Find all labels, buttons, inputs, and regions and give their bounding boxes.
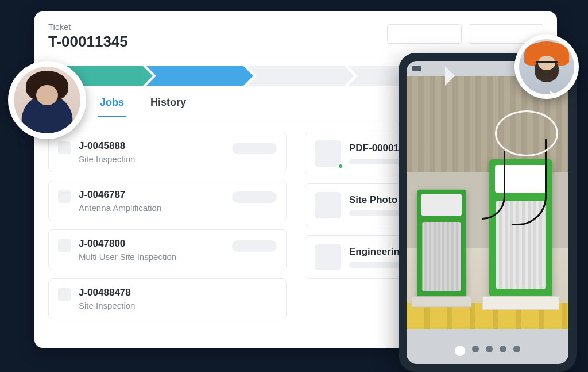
job-card[interactable]: J-0045888 Site Inspection <box>48 132 287 172</box>
job-desc: Antenna Amplification <box>79 203 277 213</box>
job-card[interactable]: J-0046787 Antenna Amplification <box>48 181 287 221</box>
job-id: J-00488478 <box>79 287 277 298</box>
file-meta-placeholder <box>349 210 401 216</box>
glasses-icon <box>536 61 558 67</box>
pager-dot[interactable] <box>486 346 493 352</box>
job-card[interactable]: J-0047800 Multi User Site Inspection <box>48 229 287 270</box>
progress-step-2[interactable] <box>146 66 243 86</box>
file-thumb <box>315 140 341 167</box>
pager-dot[interactable] <box>513 346 520 352</box>
file-meta-placeholder <box>349 262 401 268</box>
job-checkbox[interactable] <box>58 190 71 203</box>
job-checkbox[interactable] <box>58 239 71 252</box>
avatar-dispatcher <box>8 61 86 139</box>
annotation-circle-icon <box>495 110 558 156</box>
status-dot-icon <box>338 163 343 169</box>
job-status-pill <box>232 143 277 154</box>
job-status-pill <box>232 240 277 252</box>
avatar-image <box>14 67 81 134</box>
pager-dot[interactable] <box>472 346 479 352</box>
file-thumb <box>315 244 341 270</box>
file-meta-placeholder <box>349 159 401 164</box>
progress-step-3[interactable] <box>247 66 344 86</box>
job-card[interactable]: J-00488478 Site Inspection <box>48 278 287 319</box>
ev-charger-icon <box>417 190 466 297</box>
job-checkbox[interactable] <box>58 288 71 301</box>
file-thumb <box>315 192 341 218</box>
pager-dot[interactable] <box>455 346 465 356</box>
job-desc: Site Inspection <box>79 301 277 310</box>
phone-screen <box>407 61 568 364</box>
site-photo <box>407 76 568 329</box>
header-actions <box>387 24 543 44</box>
job-status-pill <box>232 191 277 203</box>
job-desc: Site Inspection <box>79 154 277 164</box>
tab-jobs[interactable]: Jobs <box>98 97 126 117</box>
pager-dot[interactable] <box>500 346 506 352</box>
job-checkbox[interactable] <box>58 141 71 154</box>
phone-mock <box>399 53 577 372</box>
tab-history[interactable]: History <box>148 97 188 117</box>
jobs-column: J-0045888 Site Inspection J-0046787 Ante… <box>48 132 287 327</box>
header-action-1[interactable] <box>387 24 462 44</box>
annotation-check-icon <box>547 87 568 105</box>
carousel-pager <box>407 346 568 356</box>
ticket-header: Ticket T-00011345 <box>34 11 557 59</box>
phone-status-icon <box>412 66 421 71</box>
avatar-image <box>519 39 574 94</box>
job-desc: Multi User Site Inspection <box>79 252 277 262</box>
